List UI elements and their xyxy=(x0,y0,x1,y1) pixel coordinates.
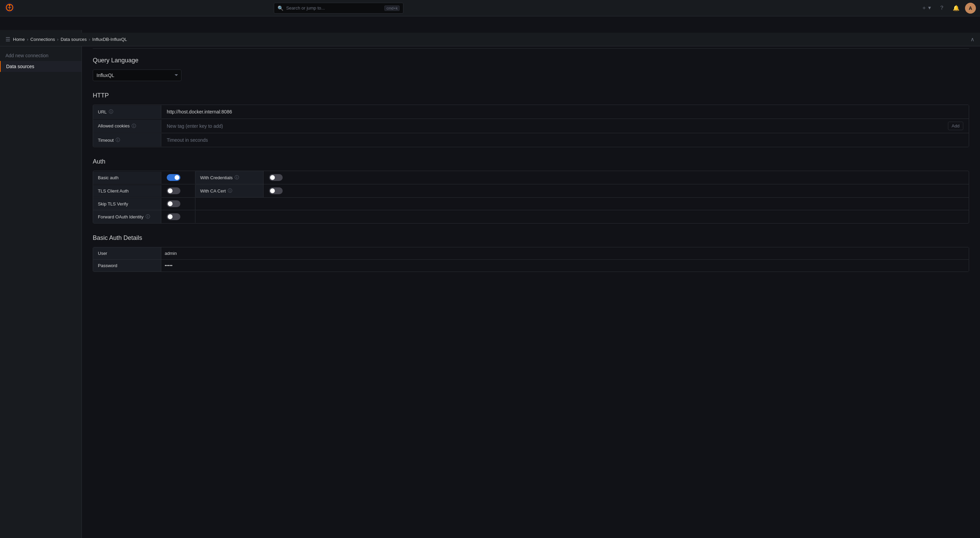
with-credentials-toggle[interactable] xyxy=(269,174,283,181)
with-credentials-label: With Credentials xyxy=(200,175,232,180)
tls-client-label: TLS Client Auth xyxy=(98,189,129,194)
svg-point-2 xyxy=(9,5,11,6)
url-input[interactable] xyxy=(167,108,963,116)
url-input-cell xyxy=(161,105,969,119)
breadcrumb-sep-1: › xyxy=(27,37,28,42)
page-layout: ⊕ Connections Add new connection Data so… xyxy=(0,30,980,538)
forward-oauth-row: Forward OAuth Identity ⓘ xyxy=(93,210,969,223)
breadcrumb-home[interactable]: Home xyxy=(13,37,25,42)
allowed-cookies-input[interactable] xyxy=(167,122,945,130)
basic-auth-row: Basic auth With Credentials ⓘ xyxy=(93,171,969,184)
url-info-icon[interactable]: ⓘ xyxy=(109,109,113,115)
global-search[interactable]: 🔍 Search or jump to... cmd+k xyxy=(274,3,403,14)
user-input[interactable] xyxy=(165,249,260,257)
forward-oauth-label: Forward OAuth Identity xyxy=(98,214,143,219)
help-icon: ？ xyxy=(939,5,945,11)
add-new-button[interactable]: ＋ ▾ xyxy=(919,3,934,13)
sidebar-item-label: Data sources xyxy=(6,64,34,69)
with-ca-cert-toggle-cell xyxy=(264,185,288,197)
top-nav: 🔍 Search or jump to... cmd+k ＋ ▾ ？ 🔔 A xyxy=(0,0,980,16)
sidebar-item-add-connection[interactable]: Add new connection xyxy=(0,50,81,61)
sidebar: ⊕ Connections Add new connection Data so… xyxy=(0,30,82,538)
tls-right: With CA Cert ⓘ xyxy=(196,184,969,197)
forward-oauth-toggle[interactable] xyxy=(167,213,180,220)
query-language-select[interactable]: InfluxQL Flux xyxy=(93,70,181,81)
skip-tls-label-cell: Skip TLS Verify xyxy=(93,198,161,210)
with-ca-cert-toggle-slider xyxy=(269,187,283,194)
with-credentials-label-cell: With Credentials ⓘ xyxy=(196,171,264,184)
app-logo[interactable] xyxy=(4,2,15,14)
user-avatar[interactable]: A xyxy=(965,3,976,14)
allowed-cookies-label-cell: Allowed cookies ⓘ xyxy=(93,120,161,133)
sidebar-item-data-sources[interactable]: Data sources xyxy=(0,61,81,72)
with-ca-cert-toggle[interactable] xyxy=(269,187,283,194)
breadcrumb-sep-3: › xyxy=(89,37,90,42)
password-input[interactable] xyxy=(165,262,260,270)
breadcrumb-data-sources[interactable]: Data sources xyxy=(61,37,87,42)
http-title: HTTP xyxy=(93,92,969,99)
basic-auth-right: With Credentials ⓘ xyxy=(196,171,969,184)
allowed-cookies-row: Allowed cookies ⓘ Add xyxy=(93,119,969,133)
timeout-input[interactable] xyxy=(167,136,963,144)
plus-icon: ＋ ▾ xyxy=(921,5,931,11)
tls-client-toggle[interactable] xyxy=(167,187,180,194)
user-label-cell: User xyxy=(93,248,161,259)
basic-auth-details-section: Basic Auth Details User Password xyxy=(93,235,969,272)
query-language-section: Query Language InfluxQL Flux xyxy=(93,57,969,81)
search-icon: 🔍 xyxy=(278,5,283,11)
timeout-input-cell xyxy=(161,133,969,147)
breadcrumb: Home › Connections › Data sources › Infl… xyxy=(13,37,127,42)
with-credentials-toggle-slider xyxy=(269,174,283,181)
password-label: Password xyxy=(98,263,117,268)
basic-auth-toggle-slider xyxy=(167,174,180,181)
hamburger-menu-icon[interactable]: ☰ xyxy=(5,36,10,43)
collapse-button[interactable]: ∧ xyxy=(970,36,975,43)
forward-oauth-toggle-slider xyxy=(167,213,180,220)
forward-oauth-info-icon[interactable]: ⓘ xyxy=(146,214,150,220)
password-input-cell xyxy=(161,260,969,271)
tls-client-toggle-cell xyxy=(161,185,196,197)
timeout-row: Timeout ⓘ xyxy=(93,133,969,147)
forward-oauth-label-cell: Forward OAuth Identity ⓘ xyxy=(93,210,161,223)
forward-oauth-toggle-cell xyxy=(161,211,196,223)
allowed-cookies-input-cell: Add xyxy=(161,119,969,133)
with-ca-cert-info-icon[interactable]: ⓘ xyxy=(228,188,232,194)
grafana-logo-icon xyxy=(4,2,15,13)
notifications-button[interactable]: 🔔 xyxy=(950,3,962,13)
bell-icon: 🔔 xyxy=(953,5,959,11)
timeout-info-icon[interactable]: ⓘ xyxy=(116,137,120,143)
allowed-cookies-add-button[interactable]: Add xyxy=(948,122,963,130)
url-row: URL ⓘ xyxy=(93,105,969,119)
skip-tls-toggle-slider xyxy=(167,200,180,207)
http-form-grid: URL ⓘ Allowed cookies ⓘ Add xyxy=(93,105,969,147)
with-credentials-info-icon[interactable]: ⓘ xyxy=(235,175,239,181)
basic-auth-details-title: Basic Auth Details xyxy=(93,235,969,241)
timeout-label-cell: Timeout ⓘ xyxy=(93,133,161,146)
timeout-label: Timeout xyxy=(98,138,113,143)
sidebar-item-label: Add new connection xyxy=(5,53,48,58)
basic-auth-toggle[interactable] xyxy=(167,174,180,181)
http-section: HTTP URL ⓘ Allowed cookies ⓘ xyxy=(93,92,969,147)
user-row: User xyxy=(93,248,969,260)
skip-tls-toggle[interactable] xyxy=(167,200,180,207)
with-ca-cert-label-cell: With CA Cert ⓘ xyxy=(196,184,264,197)
with-credentials-toggle-cell xyxy=(264,171,288,184)
auth-title: Auth xyxy=(93,158,969,165)
basic-auth-details-grid: User Password xyxy=(93,247,969,272)
basic-auth-toggle-cell xyxy=(161,171,196,184)
allowed-cookies-info-icon[interactable]: ⓘ xyxy=(132,123,136,129)
help-button[interactable]: ？ xyxy=(936,3,947,13)
breadcrumb-connections[interactable]: Connections xyxy=(30,37,55,42)
nav-right-actions: ＋ ▾ ？ 🔔 A xyxy=(919,3,976,14)
search-placeholder: Search or jump to... xyxy=(286,5,382,11)
skip-tls-row: Skip TLS Verify xyxy=(93,198,969,210)
url-label: URL xyxy=(98,110,107,114)
main-content: Name ⓘ Default Query Language InfluxQL F… xyxy=(82,30,980,538)
tls-client-label-cell: TLS Client Auth xyxy=(93,185,161,197)
basic-auth-label: Basic auth xyxy=(98,175,119,180)
basic-auth-label-cell: Basic auth xyxy=(93,172,161,184)
skip-tls-label: Skip TLS Verify xyxy=(98,202,128,206)
auth-section: Auth Basic auth With Cre xyxy=(93,158,969,224)
search-shortcut: cmd+k xyxy=(384,5,399,11)
tls-client-toggle-slider xyxy=(167,187,180,194)
